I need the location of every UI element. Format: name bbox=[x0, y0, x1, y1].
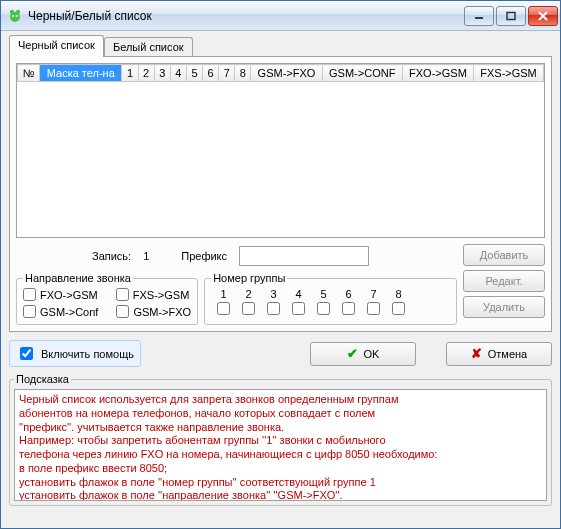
chk-gsm-fxo[interactable]: GSM->FXO bbox=[116, 305, 191, 318]
svg-point-4 bbox=[16, 15, 18, 17]
cancel-button[interactable]: ✘ Отмена bbox=[446, 342, 552, 366]
chk-gsm-conf-input[interactable] bbox=[23, 305, 36, 318]
hint-body: Черный список используется для запрета з… bbox=[14, 389, 547, 501]
group-chk-8[interactable] bbox=[392, 302, 405, 315]
help-label: Включить помощь bbox=[41, 348, 134, 360]
left-controls: Запись: 1 Префикс Направление звонка FXO… bbox=[16, 244, 457, 325]
add-button[interactable]: Добавить bbox=[463, 244, 545, 266]
help-row: Включить помощь ✔ OK ✘ Отмена bbox=[9, 340, 552, 367]
group-nums: 1 2 3 4 5 6 7 8 bbox=[211, 288, 450, 300]
controls-row: Запись: 1 Префикс Направление звонка FXO… bbox=[16, 244, 545, 325]
col-1[interactable]: 1 bbox=[122, 65, 138, 82]
minimize-button[interactable] bbox=[464, 6, 494, 26]
app-icon bbox=[7, 8, 23, 24]
svg-point-3 bbox=[12, 15, 14, 17]
close-button[interactable] bbox=[528, 6, 558, 26]
col-3[interactable]: 3 bbox=[154, 65, 170, 82]
edit-button[interactable]: Редакт. bbox=[463, 270, 545, 292]
side-buttons: Добавить Редакт. Удалить bbox=[463, 244, 545, 318]
direction-legend: Направление звонка bbox=[23, 272, 133, 284]
group-checks bbox=[211, 302, 450, 317]
hint-legend: Подсказка bbox=[14, 373, 71, 385]
svg-point-1 bbox=[10, 9, 14, 13]
col-fxs-gsm[interactable]: FXS->GSM bbox=[474, 65, 544, 82]
col-mask[interactable]: Маска тел-на bbox=[40, 65, 122, 82]
window-title: Черный/Белый список bbox=[28, 9, 462, 23]
grid-wrap[interactable]: № Маска тел-на 1 2 3 4 5 6 7 8 GSM->FXO … bbox=[16, 63, 545, 238]
chk-gsm-conf[interactable]: GSM->Conf bbox=[23, 305, 98, 318]
help-toggle[interactable]: Включить помощь bbox=[9, 340, 141, 367]
maximize-button[interactable] bbox=[496, 6, 526, 26]
window-buttons bbox=[462, 6, 558, 26]
help-checkbox[interactable] bbox=[20, 347, 33, 360]
record-line: Запись: 1 Префикс bbox=[16, 244, 457, 272]
ok-button[interactable]: ✔ OK bbox=[310, 342, 416, 366]
app-window: Черный/Белый список Черный список Белый … bbox=[0, 0, 561, 529]
col-7[interactable]: 7 bbox=[219, 65, 235, 82]
col-gsm-conf[interactable]: GSM->CONF bbox=[322, 65, 402, 82]
group-legend: Номер группы bbox=[211, 272, 287, 284]
chk-fxo-gsm-input[interactable] bbox=[23, 288, 36, 301]
group-chk-4[interactable] bbox=[292, 302, 305, 315]
record-label: Запись: bbox=[92, 250, 131, 262]
prefix-label: Префикс bbox=[181, 250, 227, 262]
group-chk-6[interactable] bbox=[342, 302, 355, 315]
grid: № Маска тел-на 1 2 3 4 5 6 7 8 GSM->FXO … bbox=[17, 64, 544, 82]
group-chk-1[interactable] bbox=[217, 302, 230, 315]
group-chk-5[interactable] bbox=[317, 302, 330, 315]
tab-strip: Черный список Белый список bbox=[9, 35, 552, 56]
direction-group: Направление звонка FXO->GSM FXS->GSM GSM… bbox=[16, 272, 198, 325]
tab-page-blacklist: № Маска тел-на 1 2 3 4 5 6 7 8 GSM->FXO … bbox=[9, 56, 552, 332]
svg-point-2 bbox=[16, 9, 20, 13]
col-6[interactable]: 6 bbox=[203, 65, 219, 82]
client-area: Черный список Белый список № Маска тел-н… bbox=[1, 31, 560, 528]
tab-whitelist[interactable]: Белый список bbox=[104, 37, 193, 56]
col-num[interactable]: № bbox=[18, 65, 40, 82]
chk-fxs-gsm[interactable]: FXS->GSM bbox=[116, 288, 190, 301]
col-5[interactable]: 5 bbox=[186, 65, 202, 82]
tab-blacklist[interactable]: Черный список bbox=[9, 35, 104, 57]
group-chk-3[interactable] bbox=[267, 302, 280, 315]
check-icon: ✔ bbox=[347, 346, 358, 361]
titlebar[interactable]: Черный/Белый список bbox=[1, 1, 560, 31]
chk-gsm-fxo-input[interactable] bbox=[116, 305, 129, 318]
hint-box: Подсказка Черный список используется для… bbox=[9, 373, 552, 506]
svg-rect-6 bbox=[507, 12, 515, 19]
group-chk-2[interactable] bbox=[242, 302, 255, 315]
chk-fxs-gsm-input[interactable] bbox=[116, 288, 129, 301]
group-chk-7[interactable] bbox=[367, 302, 380, 315]
delete-button[interactable]: Удалить bbox=[463, 296, 545, 318]
prefix-input[interactable] bbox=[239, 246, 369, 266]
record-value: 1 bbox=[143, 250, 149, 262]
col-8[interactable]: 8 bbox=[235, 65, 251, 82]
col-2[interactable]: 2 bbox=[138, 65, 154, 82]
col-4[interactable]: 4 bbox=[170, 65, 186, 82]
cross-icon: ✘ bbox=[471, 346, 482, 361]
group-box: Номер группы 1 2 3 4 5 6 7 bbox=[204, 272, 457, 325]
chk-fxo-gsm[interactable]: FXO->GSM bbox=[23, 288, 98, 301]
col-gsm-fxo[interactable]: GSM->FXO bbox=[251, 65, 322, 82]
col-fxo-gsm[interactable]: FXO->GSM bbox=[402, 65, 473, 82]
